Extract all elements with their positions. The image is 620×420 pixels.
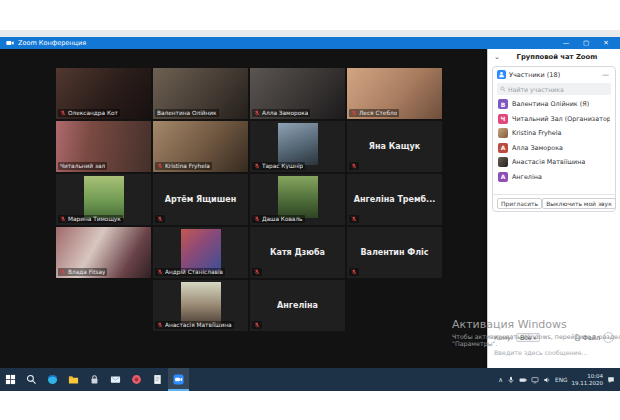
tile-name-label: Анастасія Матвіїшина bbox=[155, 321, 234, 329]
video-tile[interactable]: Влада Fitsay bbox=[56, 227, 151, 278]
participant-list-name: Алла Заморока bbox=[512, 144, 563, 152]
participant-avatar bbox=[84, 176, 124, 218]
participant-list-item[interactable]: ВВалентина Олійник (Я) bbox=[493, 97, 615, 112]
tile-name-label bbox=[252, 321, 262, 329]
edge-app[interactable] bbox=[42, 368, 63, 391]
tile-name-label: Даша Коваль bbox=[252, 215, 305, 223]
more-options-button[interactable]: ··· bbox=[603, 332, 614, 343]
video-tile[interactable]: Леся Стебло bbox=[347, 68, 442, 119]
muted-mic-icon bbox=[60, 110, 66, 116]
language-indicator[interactable]: ENG bbox=[555, 377, 568, 383]
mute-my-audio-button[interactable]: Выключить мой звук bbox=[542, 198, 616, 209]
tile-name-label: Тарас Кушнір bbox=[252, 162, 305, 170]
notepad-icon bbox=[152, 374, 163, 385]
tile-name-label bbox=[349, 162, 359, 170]
zoom-camera-icon bbox=[6, 39, 14, 47]
video-tile[interactable]: Валентина Олійник bbox=[153, 68, 248, 119]
microphone-icon[interactable] bbox=[507, 376, 515, 384]
tile-name-label: Алла Заморока bbox=[252, 109, 310, 117]
invite-button[interactable]: Пригласить bbox=[497, 198, 542, 209]
participant-list-name: Валентина Олійник (Я) bbox=[512, 100, 589, 108]
participant-list-item[interactable]: Kristina Fryhela bbox=[493, 126, 615, 141]
tile-name-label: Марина Тимощук bbox=[58, 215, 123, 223]
mail-app[interactable] bbox=[105, 368, 126, 391]
participant-name: Леся Стебло bbox=[359, 110, 397, 116]
video-tile[interactable]: Даша Коваль bbox=[250, 174, 345, 225]
video-tile[interactable]: Артём Ящишен bbox=[153, 174, 248, 225]
chat-panel-header: ⌄ Групповой чат Zoom bbox=[488, 49, 620, 64]
participant-search-input[interactable]: Найти участника bbox=[497, 83, 611, 95]
participant-list-item[interactable]: Анастасія Матвіїшина bbox=[493, 155, 615, 170]
red-app[interactable] bbox=[126, 368, 147, 391]
hidden-icons-chevron[interactable]: ∧ bbox=[498, 376, 503, 384]
video-tile[interactable]: Ангеліна bbox=[250, 280, 345, 331]
maximize-button[interactable]: ▢ bbox=[578, 37, 594, 49]
video-tile[interactable]: Олександра Кот bbox=[56, 68, 151, 119]
lock-app[interactable] bbox=[84, 368, 105, 391]
minimize-button[interactable]: — bbox=[558, 37, 574, 49]
network-icon[interactable] bbox=[531, 376, 539, 384]
participant-list-item[interactable]: ААлла Заморока bbox=[493, 141, 615, 156]
participant-name: Анастасія Матвіїшина bbox=[165, 322, 232, 328]
participant-photo-avatar bbox=[498, 157, 508, 167]
message-input[interactable]: Введите здесь сообщение... bbox=[494, 349, 614, 356]
search-button[interactable] bbox=[21, 368, 42, 391]
action-center-icon[interactable] bbox=[607, 376, 615, 384]
video-tile[interactable]: Катя Дзюба bbox=[250, 227, 345, 278]
mail-icon bbox=[110, 374, 121, 385]
zoom-app[interactable] bbox=[168, 368, 189, 391]
video-tile[interactable]: Анастасія Матвіїшина bbox=[153, 280, 248, 331]
participant-name: Валентин Фліс bbox=[347, 227, 442, 278]
red-circle-icon bbox=[131, 374, 142, 385]
tile-name-label bbox=[349, 215, 359, 223]
muted-mic-icon bbox=[254, 110, 260, 116]
participant-avatar bbox=[181, 282, 221, 324]
video-tile[interactable]: Читальний зал bbox=[56, 121, 151, 172]
speaker-icon[interactable] bbox=[543, 376, 551, 384]
explorer-app[interactable] bbox=[63, 368, 84, 391]
muted-mic-icon bbox=[60, 216, 66, 222]
start-button[interactable] bbox=[0, 368, 21, 391]
recipient-dropdown[interactable]: Все ▾ bbox=[516, 333, 540, 342]
chevron-down-icon: ▾ bbox=[534, 335, 537, 341]
tile-name-label bbox=[155, 215, 165, 223]
video-tile[interactable]: Валентин Фліс bbox=[347, 227, 442, 278]
participant-name: Олександра Кот bbox=[68, 110, 118, 116]
tile-name-label: Олександра Кот bbox=[58, 109, 120, 117]
video-tile[interactable]: Тарас Кушнір bbox=[250, 121, 345, 172]
notes-app[interactable] bbox=[147, 368, 168, 391]
muted-mic-icon bbox=[254, 216, 260, 222]
video-tile[interactable]: Ангеліна Тремб... bbox=[347, 174, 442, 225]
participant-search-placeholder: Найти участника bbox=[508, 86, 564, 93]
video-tile[interactable]: Яна Кащук bbox=[347, 121, 442, 172]
participants-minimize-button[interactable]: — bbox=[600, 71, 611, 79]
video-tile[interactable]: Алла Заморока bbox=[250, 68, 345, 119]
muted-mic-icon bbox=[254, 163, 260, 169]
video-tile[interactable]: Марина Тимощук bbox=[56, 174, 151, 225]
taskbar-apps bbox=[0, 368, 189, 391]
muted-mic-icon bbox=[351, 216, 357, 222]
system-tray: ∧ ENG 10:04 19.11.2020 bbox=[498, 368, 620, 391]
muted-mic-icon bbox=[157, 216, 163, 222]
participant-name: Артём Ящишен bbox=[153, 174, 248, 225]
attach-file-button[interactable]: Файл bbox=[574, 334, 600, 341]
tray-time: 10:04 bbox=[587, 373, 603, 379]
desktop-screenshot: Zoom Конференция — ▢ ✕ Олександра КотВал… bbox=[0, 0, 620, 420]
participant-name: Тарас Кушнір bbox=[262, 163, 303, 169]
muted-mic-icon bbox=[351, 163, 357, 169]
participants-title: Участники (18) bbox=[509, 71, 597, 79]
video-tile[interactable]: Kristina Fryhela bbox=[153, 121, 248, 172]
participant-name: Валентина Олійник bbox=[157, 110, 217, 116]
clock[interactable]: 10:04 19.11.2020 bbox=[572, 373, 604, 386]
tile-name-label: Леся Стебло bbox=[349, 109, 399, 117]
tile-name-label: Читальний зал bbox=[58, 162, 107, 170]
battery-icon[interactable] bbox=[519, 376, 527, 384]
participant-list-item[interactable]: ЧЧитальний Зал (Организатор) bbox=[493, 112, 615, 127]
participant-avatar bbox=[278, 176, 318, 218]
muted-mic-icon bbox=[60, 269, 66, 275]
chat-panel: ⌄ Групповой чат Zoom Участники (18) — На… bbox=[487, 49, 620, 368]
video-tile[interactable]: Андрій Станіславів bbox=[153, 227, 248, 278]
close-button[interactable]: ✕ bbox=[598, 37, 614, 49]
participant-list-item[interactable]: ААнгеліна bbox=[493, 170, 615, 185]
participants-header: Участники (18) — bbox=[493, 67, 615, 82]
